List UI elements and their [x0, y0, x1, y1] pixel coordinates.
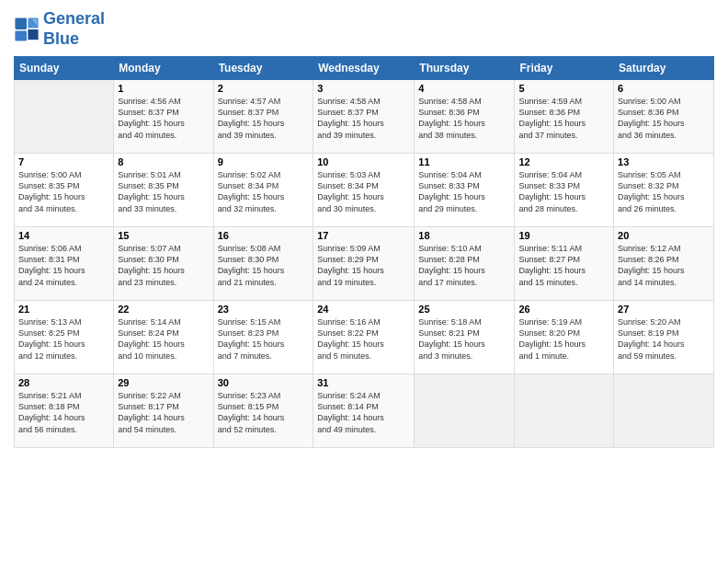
day-info: Sunrise: 5:09 AM Sunset: 8:29 PM Dayligh… — [317, 243, 410, 288]
calendar-cell: 7Sunrise: 5:00 AM Sunset: 8:35 PM Daylig… — [15, 154, 114, 227]
calendar-cell — [15, 80, 114, 154]
day-info: Sunrise: 4:57 AM Sunset: 8:37 PM Dayligh… — [218, 96, 310, 141]
day-number: 2 — [218, 83, 310, 94]
day-number: 22 — [118, 304, 209, 315]
day-number: 8 — [118, 156, 209, 167]
day-info: Sunrise: 5:24 AM Sunset: 8:14 PM Dayligh… — [317, 390, 410, 435]
day-info: Sunrise: 5:12 AM Sunset: 8:26 PM Dayligh… — [618, 243, 710, 288]
calendar-cell: 1Sunrise: 4:56 AM Sunset: 8:37 PM Daylig… — [114, 80, 213, 154]
calendar-cell: 18Sunrise: 5:10 AM Sunset: 8:28 PM Dayli… — [415, 227, 515, 301]
day-number: 18 — [418, 230, 510, 241]
day-info: Sunrise: 5:11 AM Sunset: 8:27 PM Dayligh… — [518, 243, 609, 288]
calendar-cell — [515, 374, 614, 448]
day-number: 24 — [317, 304, 410, 315]
calendar-table: SundayMondayTuesdayWednesdayThursdayFrid… — [14, 56, 714, 448]
day-info: Sunrise: 5:06 AM Sunset: 8:31 PM Dayligh… — [18, 243, 109, 288]
day-number: 11 — [418, 156, 510, 167]
day-number: 20 — [618, 230, 710, 241]
weekday-header-sunday: Sunday — [15, 57, 114, 80]
calendar-cell: 19Sunrise: 5:11 AM Sunset: 8:27 PM Dayli… — [515, 227, 614, 301]
calendar-week-5: 28Sunrise: 5:21 AM Sunset: 8:18 PM Dayli… — [15, 374, 714, 448]
day-info: Sunrise: 5:19 AM Sunset: 8:20 PM Dayligh… — [518, 316, 609, 362]
calendar-cell — [415, 374, 515, 448]
calendar-cell: 31Sunrise: 5:24 AM Sunset: 8:14 PM Dayli… — [313, 374, 415, 448]
calendar-week-4: 21Sunrise: 5:13 AM Sunset: 8:25 PM Dayli… — [15, 301, 714, 374]
day-info: Sunrise: 4:59 AM Sunset: 8:36 PM Dayligh… — [518, 96, 609, 141]
day-info: Sunrise: 5:01 AM Sunset: 8:35 PM Dayligh… — [118, 169, 209, 214]
calendar-cell: 10Sunrise: 5:03 AM Sunset: 8:34 PM Dayli… — [313, 154, 415, 227]
day-number: 21 — [18, 304, 109, 315]
day-number: 27 — [618, 304, 710, 315]
day-info: Sunrise: 5:18 AM Sunset: 8:21 PM Dayligh… — [418, 316, 510, 362]
calendar-cell: 20Sunrise: 5:12 AM Sunset: 8:26 PM Dayli… — [614, 227, 714, 301]
day-number: 16 — [218, 230, 310, 241]
weekday-header-row: SundayMondayTuesdayWednesdayThursdayFrid… — [15, 57, 714, 80]
weekday-header-thursday: Thursday — [415, 57, 515, 80]
day-number: 25 — [418, 304, 510, 315]
day-info: Sunrise: 5:08 AM Sunset: 8:30 PM Dayligh… — [218, 243, 310, 288]
day-number: 19 — [518, 230, 609, 241]
calendar-cell: 24Sunrise: 5:16 AM Sunset: 8:22 PM Dayli… — [313, 301, 415, 374]
day-info: Sunrise: 4:58 AM Sunset: 8:37 PM Dayligh… — [317, 96, 410, 141]
svg-rect-0 — [15, 17, 27, 29]
calendar-cell: 26Sunrise: 5:19 AM Sunset: 8:20 PM Dayli… — [515, 301, 614, 374]
weekday-header-wednesday: Wednesday — [313, 57, 415, 80]
day-number: 10 — [317, 156, 410, 167]
day-number: 29 — [118, 377, 209, 388]
calendar-cell: 30Sunrise: 5:23 AM Sunset: 8:15 PM Dayli… — [213, 374, 313, 448]
day-number: 26 — [518, 304, 609, 315]
weekday-header-tuesday: Tuesday — [213, 57, 313, 80]
calendar-cell: 13Sunrise: 5:05 AM Sunset: 8:32 PM Dayli… — [614, 154, 714, 227]
day-info: Sunrise: 4:56 AM Sunset: 8:37 PM Dayligh… — [118, 96, 209, 141]
calendar-cell: 5Sunrise: 4:59 AM Sunset: 8:36 PM Daylig… — [515, 80, 614, 154]
weekday-header-saturday: Saturday — [614, 57, 714, 80]
day-number: 4 — [418, 83, 510, 94]
day-number: 3 — [317, 83, 410, 94]
svg-marker-2 — [28, 29, 38, 40]
day-info: Sunrise: 5:00 AM Sunset: 8:35 PM Dayligh… — [18, 169, 109, 214]
day-number: 30 — [218, 377, 310, 388]
calendar-cell: 11Sunrise: 5:04 AM Sunset: 8:33 PM Dayli… — [415, 154, 515, 227]
day-info: Sunrise: 5:03 AM Sunset: 8:34 PM Dayligh… — [317, 169, 410, 214]
day-info: Sunrise: 5:02 AM Sunset: 8:34 PM Dayligh… — [218, 169, 310, 214]
page-container: General Blue SundayMondayTuesdayWednesda… — [0, 0, 728, 453]
calendar-week-2: 7Sunrise: 5:00 AM Sunset: 8:35 PM Daylig… — [15, 154, 714, 227]
calendar-cell: 2Sunrise: 4:57 AM Sunset: 8:37 PM Daylig… — [213, 80, 313, 154]
day-info: Sunrise: 5:20 AM Sunset: 8:19 PM Dayligh… — [618, 316, 710, 362]
day-info: Sunrise: 5:22 AM Sunset: 8:17 PM Dayligh… — [118, 390, 209, 435]
day-number: 28 — [18, 377, 109, 388]
calendar-week-1: 1Sunrise: 4:56 AM Sunset: 8:37 PM Daylig… — [15, 80, 714, 154]
day-number: 9 — [218, 156, 310, 167]
day-info: Sunrise: 5:00 AM Sunset: 8:36 PM Dayligh… — [618, 96, 710, 141]
calendar-cell: 14Sunrise: 5:06 AM Sunset: 8:31 PM Dayli… — [15, 227, 114, 301]
day-number: 14 — [18, 230, 109, 241]
calendar-cell: 8Sunrise: 5:01 AM Sunset: 8:35 PM Daylig… — [114, 154, 213, 227]
header: General Blue — [14, 9, 714, 49]
day-number: 13 — [618, 156, 710, 167]
weekday-header-monday: Monday — [114, 57, 213, 80]
day-number: 12 — [518, 156, 609, 167]
calendar-cell: 4Sunrise: 4:58 AM Sunset: 8:36 PM Daylig… — [415, 80, 515, 154]
day-number: 7 — [18, 156, 109, 167]
day-number: 1 — [118, 83, 209, 94]
logo-icon — [14, 17, 40, 42]
day-number: 6 — [618, 83, 710, 94]
calendar-cell: 9Sunrise: 5:02 AM Sunset: 8:34 PM Daylig… — [213, 154, 313, 227]
day-info: Sunrise: 5:05 AM Sunset: 8:32 PM Dayligh… — [618, 169, 710, 214]
calendar-cell: 29Sunrise: 5:22 AM Sunset: 8:17 PM Dayli… — [114, 374, 213, 448]
day-number: 17 — [317, 230, 410, 241]
day-info: Sunrise: 5:15 AM Sunset: 8:23 PM Dayligh… — [218, 316, 310, 362]
day-info: Sunrise: 5:16 AM Sunset: 8:22 PM Dayligh… — [317, 316, 410, 362]
calendar-cell: 21Sunrise: 5:13 AM Sunset: 8:25 PM Dayli… — [15, 301, 114, 374]
logo-text: General Blue — [43, 9, 105, 49]
calendar-cell: 15Sunrise: 5:07 AM Sunset: 8:30 PM Dayli… — [114, 227, 213, 301]
svg-rect-3 — [15, 30, 27, 40]
day-number: 23 — [218, 304, 310, 315]
day-info: Sunrise: 5:13 AM Sunset: 8:25 PM Dayligh… — [18, 316, 109, 362]
calendar-cell: 3Sunrise: 4:58 AM Sunset: 8:37 PM Daylig… — [313, 80, 415, 154]
day-number: 15 — [118, 230, 209, 241]
calendar-cell: 23Sunrise: 5:15 AM Sunset: 8:23 PM Dayli… — [213, 301, 313, 374]
day-number: 5 — [518, 83, 609, 94]
calendar-cell: 12Sunrise: 5:04 AM Sunset: 8:33 PM Dayli… — [515, 154, 614, 227]
calendar-cell: 25Sunrise: 5:18 AM Sunset: 8:21 PM Dayli… — [415, 301, 515, 374]
